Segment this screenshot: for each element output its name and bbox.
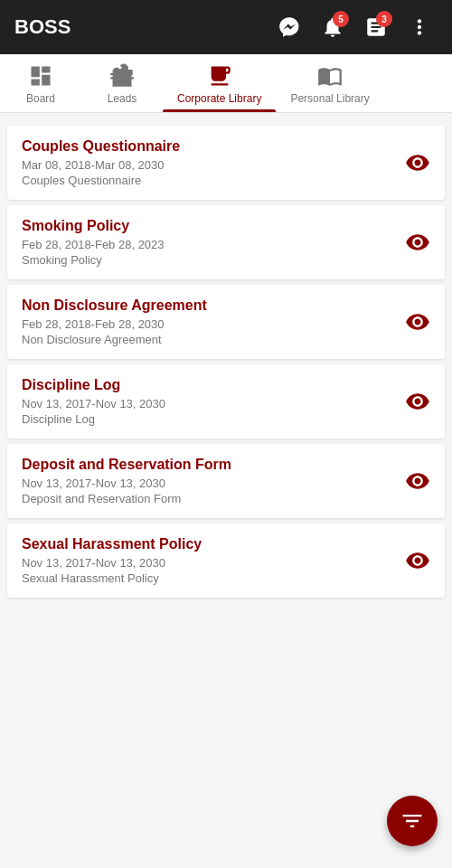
view-icon[interactable] — [405, 468, 430, 494]
more-options-icon — [408, 15, 431, 39]
view-icon[interactable] — [405, 309, 430, 335]
item-subtitle: Sexual Harassment Policy — [22, 571, 394, 585]
messenger-button[interactable] — [271, 9, 307, 45]
item-title: Couples Questionnaire — [22, 138, 394, 155]
item-date: Nov 13, 2017-Nov 13, 2030 — [22, 476, 394, 490]
list-item: Discipline Log Nov 13, 2017-Nov 13, 2030… — [7, 364, 445, 439]
tab-personal-library[interactable]: Personal Library — [276, 54, 383, 112]
view-icon[interactable] — [405, 150, 430, 175]
tab-corporate-library-label: Corporate Library — [177, 92, 261, 105]
list-item: Smoking Policy Feb 28, 2018-Feb 28, 2023… — [7, 205, 445, 279]
view-icon[interactable] — [405, 548, 430, 573]
tab-bar: Board Leads Corporate Library Personal L… — [0, 54, 452, 113]
item-date: Feb 28, 2018-Feb 28, 2030 — [22, 317, 394, 331]
list-item: Sexual Harassment Policy Nov 13, 2017-No… — [7, 524, 445, 598]
view-icon[interactable] — [405, 230, 430, 255]
tab-dashboard-label: Board — [26, 92, 55, 105]
personal-library-icon — [317, 63, 343, 89]
item-subtitle: Discipline Log — [22, 412, 394, 426]
item-date: Mar 08, 2018-Mar 08, 2030 — [22, 158, 394, 172]
list-item-content: Deposit and Reservation Form Nov 13, 201… — [22, 457, 394, 505]
item-date: Feb 28, 2018-Feb 28, 2023 — [22, 238, 394, 251]
corporate-library-icon — [207, 63, 232, 89]
list-item-content: Couples Questionnaire Mar 08, 2018-Mar 0… — [22, 138, 394, 187]
task-badge: 3 — [376, 11, 392, 27]
tab-corporate-library[interactable]: Corporate Library — [163, 54, 276, 112]
item-title: Sexual Harassment Policy — [22, 536, 394, 552]
messenger-icon — [278, 15, 301, 39]
list-item-content: Discipline Log Nov 13, 2017-Nov 13, 2030… — [22, 377, 394, 426]
list-item: Couples Questionnaire Mar 08, 2018-Mar 0… — [7, 126, 445, 200]
dashboard-icon — [28, 63, 53, 89]
list-item-content: Non Disclosure Agreement Feb 28, 2018-Fe… — [22, 297, 394, 346]
item-title: Smoking Policy — [22, 218, 394, 234]
item-subtitle: Smoking Policy — [22, 253, 394, 267]
tab-leads[interactable]: Leads — [81, 54, 163, 112]
filter-icon — [400, 808, 425, 834]
tab-dashboard[interactable]: Board — [0, 54, 81, 112]
item-date: Nov 13, 2017-Nov 13, 2030 — [22, 397, 394, 410]
more-options-button[interactable] — [401, 9, 438, 45]
item-date: Nov 13, 2017-Nov 13, 2030 — [22, 556, 394, 570]
item-title: Non Disclosure Agreement — [22, 297, 394, 314]
notification-button[interactable]: 5 — [315, 9, 351, 45]
list-item: Deposit and Reservation Form Nov 13, 201… — [7, 444, 445, 518]
filter-fab[interactable] — [387, 796, 438, 846]
view-icon[interactable] — [405, 389, 430, 414]
list-item-content: Sexual Harassment Policy Nov 13, 2017-No… — [22, 536, 394, 585]
list-item-content: Smoking Policy Feb 28, 2018-Feb 28, 2023… — [22, 218, 394, 267]
item-title: Discipline Log — [22, 377, 394, 393]
tab-leads-label: Leads — [108, 92, 137, 105]
item-subtitle: Non Disclosure Agreement — [22, 333, 394, 346]
task-button[interactable]: 3 — [358, 9, 394, 45]
item-subtitle: Deposit and Reservation Form — [22, 492, 394, 505]
tab-personal-library-label: Personal Library — [290, 92, 369, 105]
app-bar: BOSS 5 3 — [0, 0, 452, 54]
item-title: Deposit and Reservation Form — [22, 457, 394, 473]
content-list: Couples Questionnaire Mar 08, 2018-Mar 0… — [0, 113, 452, 610]
item-subtitle: Couples Questionnaire — [22, 174, 394, 187]
app-bar-icons: 5 3 — [271, 9, 438, 45]
list-item: Non Disclosure Agreement Feb 28, 2018-Fe… — [7, 285, 445, 359]
leads-icon — [109, 63, 135, 89]
notification-badge: 5 — [333, 11, 349, 27]
app-title: BOSS — [14, 15, 271, 39]
